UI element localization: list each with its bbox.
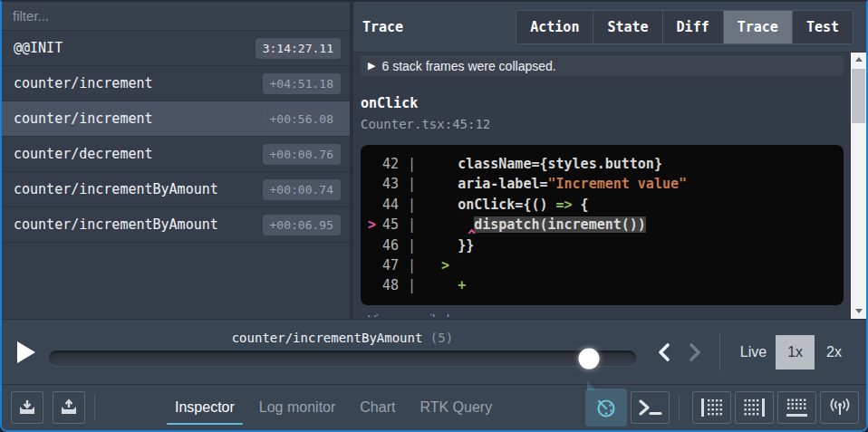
remote-button[interactable] xyxy=(820,391,859,424)
dispatcher-button[interactable] xyxy=(631,391,670,424)
monitor-tab-chart[interactable]: Chart xyxy=(360,385,395,430)
speed-2x-button[interactable]: 2x xyxy=(815,335,854,370)
tab-diff[interactable]: Diff xyxy=(663,11,724,43)
scroll-up-arrow-icon xyxy=(855,57,863,62)
chevron-left-icon xyxy=(657,342,671,362)
gutter-pipe: | xyxy=(408,197,416,213)
redux-devtools-window: @@INIT3:14:27.11counter/increment+04:51.… xyxy=(0,0,868,432)
gutter-pipe: | xyxy=(408,277,416,293)
action-type-label: counter/increment xyxy=(14,110,153,127)
monitor-tab-rtk-query[interactable]: RTK Query xyxy=(420,385,492,430)
collapsed-frames-text: 6 stack frames were collapsed. xyxy=(381,59,555,73)
bottom-toolbar: InspectorLog monitorChartRTK Query xyxy=(2,384,866,430)
terminal-icon xyxy=(639,399,662,416)
current-action-name: counter/incrementByAmount xyxy=(232,331,423,345)
code-line-47: 47| > xyxy=(361,255,844,275)
action-type-label: counter/increment xyxy=(14,75,153,91)
code-token: { xyxy=(573,197,589,213)
action-list-item[interactable]: counter/decrement+00:00.76 xyxy=(2,137,350,172)
action-list-item[interactable]: counter/incrementByAmount+00:06.95 xyxy=(2,207,350,243)
playback-divider xyxy=(719,333,720,371)
code-token: "Increment value" xyxy=(548,176,688,192)
trace-panel-header: Trace ActionStateDiffTraceTest xyxy=(353,2,866,52)
code-line-42: 42| className={styles.button} xyxy=(361,154,844,174)
action-type-label: counter/incrementByAmount xyxy=(14,181,218,197)
play-button[interactable] xyxy=(16,339,40,366)
live-button[interactable]: Live xyxy=(740,344,767,360)
tab-test[interactable]: Test xyxy=(793,11,853,43)
action-timestamp-badge: +00:06.95 xyxy=(263,215,341,235)
current-line-marker: > xyxy=(361,215,375,235)
toolbar-divider xyxy=(94,395,95,420)
stack-frame-function: onClick xyxy=(361,95,844,111)
scroll-down-button[interactable] xyxy=(851,303,866,319)
export-icon xyxy=(59,398,79,417)
code-line-46: 46| }}^ xyxy=(361,235,844,255)
action-timestamp-badge: +04:51.18 xyxy=(263,73,341,94)
dock-left-button[interactable] xyxy=(692,391,731,424)
code-token: onClick={() xyxy=(425,197,556,213)
action-type-label: counter/incrementByAmount xyxy=(14,216,218,233)
recompute-stopwatch-button[interactable] xyxy=(585,389,627,427)
step-forward-button[interactable] xyxy=(680,342,710,362)
tab-trace[interactable]: Trace xyxy=(724,11,793,43)
dock-bottom-button[interactable] xyxy=(777,391,816,424)
step-back-button[interactable] xyxy=(649,342,680,362)
action-list-item[interactable]: counter/increment+04:51.18 xyxy=(2,66,350,101)
slider-thumb[interactable] xyxy=(579,348,600,369)
current-line-marker xyxy=(361,174,375,194)
tab-action[interactable]: Action xyxy=(516,11,593,43)
current-line-marker xyxy=(361,235,375,255)
tab-state[interactable]: State xyxy=(593,11,662,43)
trace-scroll-area: ▶ 6 stack frames were collapsed. onClick… xyxy=(353,53,851,319)
action-list-item[interactable]: counter/incrementByAmount+00:00.74 xyxy=(2,172,350,207)
view-compiled-link[interactable]: View compiled xyxy=(368,312,844,317)
action-timestamp-badge: +00:00.74 xyxy=(263,179,341,200)
gutter-pipe: | xyxy=(408,176,416,192)
line-number: 48 xyxy=(375,275,399,295)
filter-bar xyxy=(2,2,350,31)
main-row: @@INIT3:14:27.11counter/increment+04:51.… xyxy=(2,2,866,319)
code-token: dispatch(increment()) xyxy=(474,216,646,233)
scrollbar-thumb[interactable] xyxy=(852,69,865,123)
action-list-item[interactable]: counter/increment+00:56.08 xyxy=(2,101,350,137)
trace-tab-group: ActionStateDiffTraceTest xyxy=(516,10,854,44)
gutter-pipe: | xyxy=(408,237,416,254)
action-list-item[interactable]: @@INIT3:14:27.11 xyxy=(2,31,350,66)
code-token: className={styles.button} xyxy=(425,156,662,172)
dock-right-button[interactable] xyxy=(735,391,774,424)
collapsed-frames-row[interactable]: ▶ 6 stack frames were collapsed. xyxy=(361,55,844,76)
action-type-label: counter/decrement xyxy=(14,146,153,162)
action-list: @@INIT3:14:27.11counter/increment+04:51.… xyxy=(2,31,350,319)
toolbar-right-icons xyxy=(582,389,859,427)
code-token xyxy=(425,277,458,293)
current-action-label: counter/incrementByAmount (5) xyxy=(49,331,636,350)
code-line-45: >45| dispatch(increment()) xyxy=(361,215,844,235)
export-button[interactable] xyxy=(53,391,85,424)
code-line-43: 43| aria-label="Increment value" xyxy=(361,174,844,194)
gutter-pipe: | xyxy=(408,216,416,233)
import-button[interactable] xyxy=(11,391,43,424)
toolbar-divider xyxy=(679,395,680,420)
code-token: > xyxy=(441,257,449,274)
scroll-up-button[interactable] xyxy=(851,53,866,68)
trace-scrollbar[interactable] xyxy=(851,53,866,319)
action-timestamp-badge: +00:00.76 xyxy=(263,144,341,165)
code-token xyxy=(425,257,441,274)
code-token: aria-label= xyxy=(425,176,547,192)
filter-input[interactable] xyxy=(2,2,350,30)
trace-panel: Trace ActionStateDiffTraceTest ▶ 6 stack… xyxy=(353,2,866,319)
playback-slider[interactable] xyxy=(49,350,636,366)
current-line-marker xyxy=(361,195,375,215)
speed-1x-button[interactable]: 1x xyxy=(776,335,815,370)
line-number: 45 xyxy=(375,215,399,235)
line-number: 42 xyxy=(375,154,399,174)
column-caret-marker: ^ xyxy=(468,226,476,245)
current-line-marker xyxy=(361,154,375,174)
current-action-index: (5) xyxy=(422,331,453,345)
gutter-pipe: | xyxy=(408,257,416,274)
monitor-tab-inspector[interactable]: Inspector xyxy=(175,385,235,430)
gutter-pipe: | xyxy=(408,156,416,172)
monitor-tab-log-monitor[interactable]: Log monitor xyxy=(259,385,336,430)
current-line-marker xyxy=(361,255,375,275)
